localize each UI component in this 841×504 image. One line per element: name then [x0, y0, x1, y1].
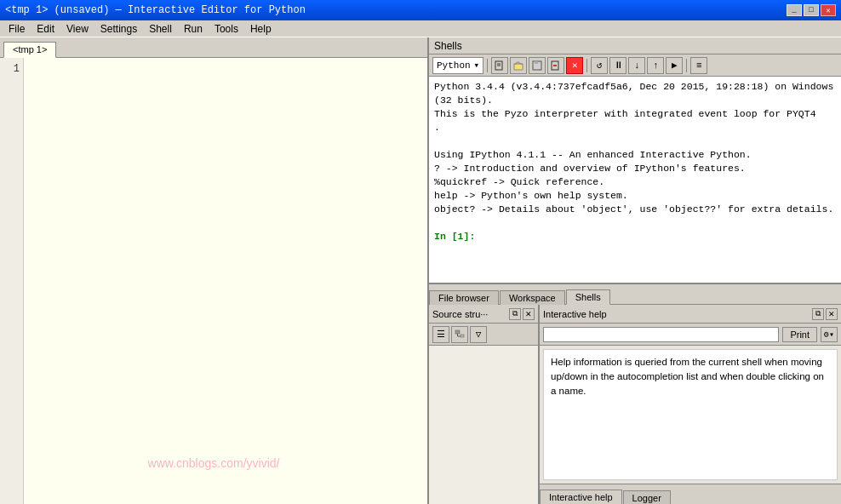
- step-in-icon: ↓: [634, 60, 640, 71]
- interrupt-button[interactable]: ⏸: [609, 57, 626, 74]
- output-line: %quickref -> Quick reference.: [434, 175, 836, 189]
- right-panel: Shells Python ▾: [429, 37, 841, 504]
- menu-settings[interactable]: Settings: [95, 22, 142, 36]
- stop-button[interactable]: ✕: [566, 57, 583, 74]
- continue-button[interactable]: ▶: [666, 57, 683, 74]
- help-text: Help information is queried from the cur…: [551, 357, 824, 396]
- shells-output[interactable]: Python 3.4.4 (v3.4.4:737efcadf5a6, Dec 2…: [429, 77, 841, 283]
- tab-logger[interactable]: Logger: [623, 490, 671, 504]
- title-bar: <tmp 1> (unsaved) — Interactive Editor f…: [0, 0, 841, 20]
- help-search-input[interactable]: [543, 327, 779, 342]
- output-line: Python 3.4.4 (v3.4.4:737efcadf5a6, Dec 2…: [434, 80, 836, 107]
- python-dropdown[interactable]: Python ▾: [432, 57, 483, 74]
- gear-button[interactable]: ⚙▾: [821, 327, 838, 342]
- code-input[interactable]: [24, 58, 427, 504]
- print-button[interactable]: Print: [782, 327, 817, 342]
- help-panel-close-btn[interactable]: ✕: [826, 308, 838, 320]
- menu-tools[interactable]: Tools: [209, 22, 243, 36]
- output-line: help -> Python's own help system.: [434, 189, 836, 203]
- tree-icon: [454, 329, 466, 341]
- stop-icon: ✕: [572, 60, 578, 71]
- menu-edit[interactable]: Edit: [31, 22, 60, 36]
- output-line: Using IPython 4.1.1 -- An enhanced Inter…: [434, 148, 836, 162]
- source-panel-close-btn[interactable]: ✕: [523, 308, 535, 320]
- source-panel-float-btn[interactable]: ⧉: [509, 308, 521, 320]
- editor-tab[interactable]: <tmp 1>: [3, 42, 56, 58]
- help-panel-float-btn[interactable]: ⧉: [812, 308, 824, 320]
- tab-shells[interactable]: Shells: [566, 289, 610, 305]
- filter-button[interactable]: ▽: [470, 326, 487, 343]
- continue-icon: ▶: [672, 60, 678, 71]
- menu-help[interactable]: Help: [245, 22, 277, 36]
- save-icon: [532, 60, 542, 71]
- filter-icon: ▽: [476, 329, 482, 340]
- main-layout: <tmp 1> 1 www.cnblogs.com/yvivid/ Shells…: [0, 37, 841, 504]
- menu-icon: ≡: [696, 60, 702, 71]
- source-panel-header: Source stru··· ⧉ ✕: [429, 305, 538, 324]
- shells-title: Shells: [434, 40, 462, 52]
- help-panel: Interactive help ⧉ ✕ Print ⚙▾ Help infor…: [540, 305, 841, 504]
- shells-header: Shells: [429, 37, 841, 54]
- tab-workspace[interactable]: Workspace: [500, 290, 565, 305]
- source-panel-title: Source stru···: [432, 309, 488, 319]
- new-file-icon: [495, 60, 505, 71]
- toolbar-separator: [487, 59, 488, 72]
- close-shell-button[interactable]: [547, 57, 564, 74]
- list-view-button[interactable]: ☰: [432, 326, 449, 343]
- menu-bar: File Edit View Settings Shell Run Tools …: [0, 20, 841, 37]
- step-out-button[interactable]: ↑: [647, 57, 664, 74]
- step-in-button[interactable]: ↓: [628, 57, 645, 74]
- bottom-panels: Source stru··· ⧉ ✕ ☰: [429, 305, 841, 504]
- python-label: Python: [437, 60, 471, 71]
- interrupt-icon: ⏸: [614, 60, 623, 71]
- output-line: [434, 216, 836, 230]
- step-out-icon: ↑: [653, 60, 659, 71]
- help-content-area: Help information is queried from the cur…: [543, 349, 838, 480]
- menu-button[interactable]: ≡: [690, 57, 707, 74]
- gear-icon: ⚙▾: [824, 329, 834, 340]
- prompt-text: In [1]:: [434, 231, 475, 242]
- svg-rect-7: [455, 330, 460, 334]
- source-panel-controls: ⧉ ✕: [509, 308, 535, 320]
- source-toolbar: ☰ ▽: [429, 324, 538, 346]
- source-structure-panel: Source stru··· ⧉ ✕ ☰: [429, 305, 540, 504]
- restart-icon: ↺: [597, 60, 603, 71]
- shells-panel: Shells Python ▾: [429, 37, 841, 284]
- output-line: ? -> Introduction and overview of IPytho…: [434, 162, 836, 175]
- minimize-button[interactable]: _: [787, 4, 802, 16]
- menu-file[interactable]: File: [3, 22, 30, 36]
- maximize-button[interactable]: □: [804, 4, 819, 16]
- svg-rect-4: [535, 61, 538, 64]
- help-panel-controls: ⧉ ✕: [812, 308, 838, 320]
- help-panel-title: Interactive help: [543, 309, 607, 319]
- bottom-tabs-row: File browser Workspace Shells: [429, 284, 841, 305]
- shells-toolbar: Python ▾ ✕: [429, 54, 841, 77]
- menu-run[interactable]: Run: [179, 22, 208, 36]
- output-line: This is the Pyzo interpreter with integr…: [434, 107, 836, 121]
- help-toolbar: Print ⚙▾: [540, 324, 841, 346]
- editor-panel: <tmp 1> 1 www.cnblogs.com/yvivid/: [0, 37, 429, 504]
- help-bottom-tabs: Interactive help Logger: [540, 484, 841, 504]
- source-content-area: [429, 346, 538, 504]
- help-panel-header: Interactive help ⧉ ✕: [540, 305, 841, 324]
- open-file-icon: [513, 60, 523, 71]
- save-button[interactable]: [529, 57, 546, 74]
- menu-view[interactable]: View: [61, 22, 94, 36]
- new-shell-button[interactable]: [491, 57, 508, 74]
- title-bar-buttons: _ □ ✕: [787, 4, 836, 16]
- dropdown-arrow-icon: ▾: [474, 60, 480, 71]
- tab-interactive-help[interactable]: Interactive help: [540, 490, 622, 504]
- restart-button[interactable]: ↺: [591, 57, 608, 74]
- title-bar-text: <tmp 1> (unsaved) — Interactive Editor f…: [5, 4, 306, 16]
- editor-content: 1 www.cnblogs.com/yvivid/: [0, 58, 427, 504]
- output-line: [434, 135, 836, 148]
- prompt-line: In [1]:: [434, 230, 836, 243]
- tab-bar: <tmp 1>: [0, 37, 427, 58]
- menu-shell[interactable]: Shell: [144, 22, 177, 36]
- tab-file-browser[interactable]: File browser: [429, 290, 499, 305]
- line-numbers: 1: [0, 58, 24, 504]
- close-button[interactable]: ✕: [821, 4, 836, 16]
- open-button[interactable]: [510, 57, 527, 74]
- tree-view-button[interactable]: [451, 326, 468, 343]
- toolbar-separator-2: [586, 59, 587, 72]
